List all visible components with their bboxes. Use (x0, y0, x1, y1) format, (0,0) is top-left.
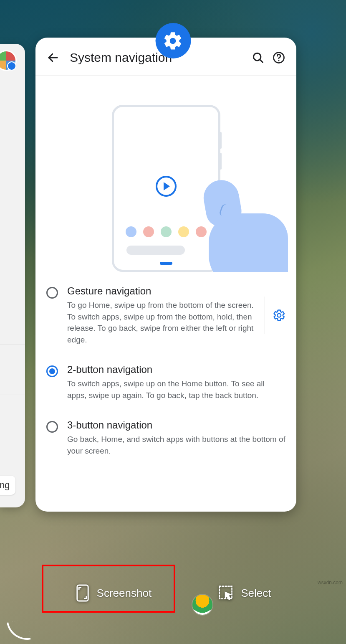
recent-app-card-left[interactable]: ing (0, 44, 25, 507)
svg-line-2 (260, 60, 263, 63)
radio-gesture[interactable] (46, 287, 58, 299)
select-button[interactable]: Select (218, 584, 271, 602)
mascot-icon (192, 595, 212, 615)
radio-3-button[interactable] (46, 421, 58, 433)
option-title: 3-button navigation (67, 419, 285, 431)
option-title: 2-button navigation (67, 364, 285, 375)
radio-2-button[interactable] (46, 365, 58, 377)
navigation-options-list: Gesture navigation To go Home, swipe up … (35, 272, 296, 470)
text-fragment: ing (0, 476, 15, 495)
option-3-button-navigation[interactable]: 3-button navigation Go back, Home, and s… (46, 410, 285, 466)
help-button[interactable] (270, 48, 288, 67)
divider (0, 445, 25, 445)
option-description: To switch apps, swipe up on the Home but… (67, 378, 285, 401)
avatar-icon (0, 50, 17, 71)
divider (0, 395, 25, 395)
page-title: System navigation (70, 51, 246, 65)
search-button[interactable] (249, 48, 267, 67)
select-label: Select (241, 587, 271, 600)
settings-app-icon (155, 23, 191, 58)
svg-point-4 (278, 60, 280, 61)
option-2-button-navigation[interactable]: 2-button navigation To switch apps, swip… (46, 355, 285, 410)
settings-card: System navigation Gesture navigation T (35, 38, 296, 512)
animation-preview (35, 76, 296, 272)
option-description: Go back, Home, and switch apps with butt… (67, 434, 285, 456)
hand-illustration (159, 167, 284, 272)
watermark-text: wsxdn.com (318, 580, 343, 586)
option-title: Gesture navigation (67, 285, 255, 297)
select-icon (218, 585, 234, 601)
option-description: To go Home, swipe up from the bottom of … (67, 299, 255, 345)
option-gesture-navigation[interactable]: Gesture navigation To go Home, swipe up … (46, 276, 285, 355)
gesture-settings-button[interactable] (265, 297, 285, 334)
back-button[interactable] (44, 48, 62, 67)
annotation-highlight (42, 565, 175, 613)
divider (0, 345, 25, 345)
